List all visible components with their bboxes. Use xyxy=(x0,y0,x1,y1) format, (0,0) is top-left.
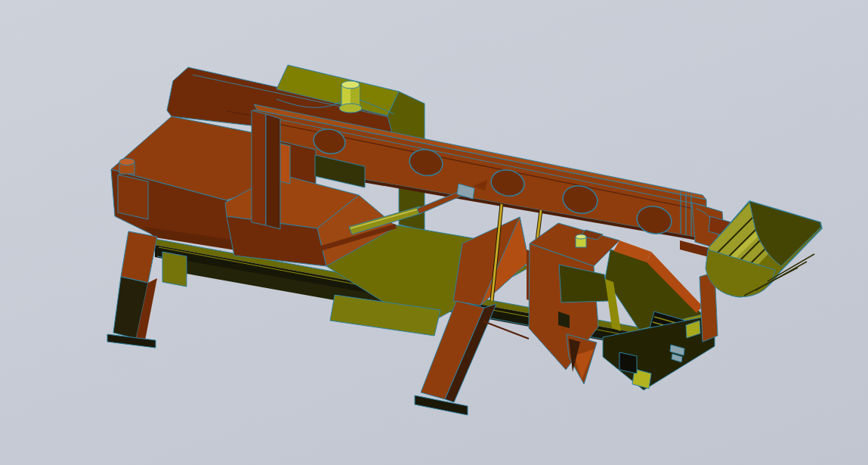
roof-beacon xyxy=(576,234,586,247)
side-tank-box xyxy=(619,352,637,374)
outrigger-leg-rear xyxy=(107,231,157,348)
windshield xyxy=(559,265,610,302)
clamshell-bucket xyxy=(706,201,822,297)
exhaust-cylinder xyxy=(339,81,362,113)
crane-model-render xyxy=(0,0,868,465)
cab-front-fender xyxy=(567,334,597,384)
mast-post xyxy=(252,110,280,229)
counterweight-cylinder xyxy=(119,159,134,175)
cad-viewport[interactable] xyxy=(0,0,868,465)
